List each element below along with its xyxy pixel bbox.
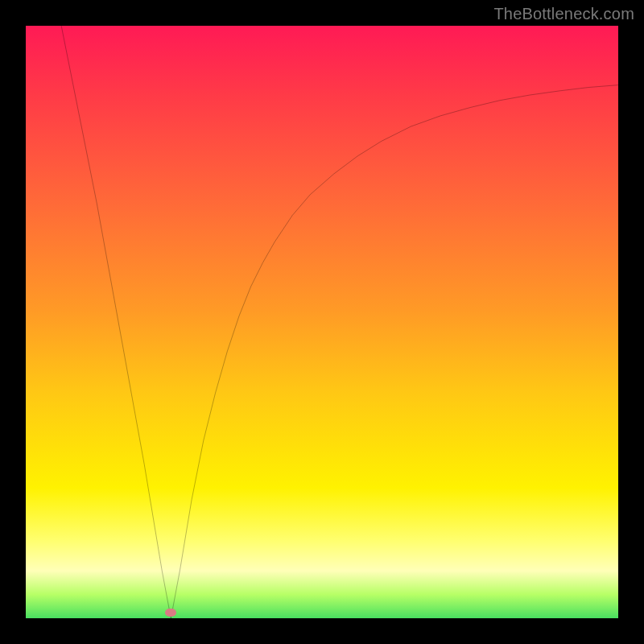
curve-svg [26,26,618,618]
chart-frame: TheBottleneck.com [0,0,644,644]
watermark-text: TheBottleneck.com [493,5,634,23]
plot-area [26,26,618,618]
bottleneck-curve [61,26,618,618]
minimum-marker [165,609,176,617]
